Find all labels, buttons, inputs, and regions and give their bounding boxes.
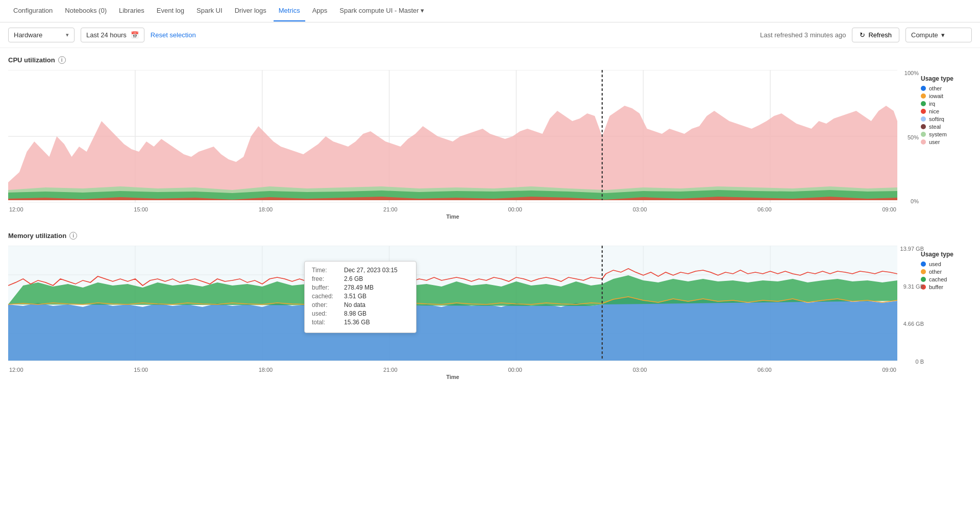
refresh-info-text: Last refreshed 3 minutes ago — [760, 31, 846, 39]
memory-tooltip: Time: Dec 27, 2023 03:15 free: 2.6 GB bu… — [304, 261, 416, 333]
date-range-picker[interactable]: Last 24 hours 📅 — [81, 28, 144, 42]
cpu-legend-item: other — [921, 85, 972, 91]
nav-eventlog[interactable]: Event log — [152, 1, 189, 21]
cpu-info-icon[interactable]: i — [58, 56, 66, 64]
compute-chevron-icon: ▾ — [941, 31, 945, 39]
cpu-x-labels: 12:00 15:00 18:00 21:00 00:00 03:00 06:0… — [8, 206, 897, 212]
legend-dot — [921, 139, 926, 145]
tooltip-time-value: Dec 27, 2023 03:15 — [344, 267, 398, 274]
nav-libraries[interactable]: Libraries — [114, 1, 150, 21]
legend-dot — [921, 277, 926, 282]
refresh-icon: ↻ — [860, 31, 865, 39]
nav-sparkui[interactable]: Spark UI — [191, 1, 228, 21]
legend-dot — [921, 101, 926, 106]
cpu-svg — [8, 70, 897, 203]
cpu-legend-item: system — [921, 131, 972, 137]
legend-dot — [921, 132, 926, 137]
memory-legend-items: usedothercachedbuffer — [921, 261, 972, 290]
compute-select[interactable]: Compute ▾ — [905, 28, 972, 42]
hardware-select-label: Hardware — [14, 31, 42, 39]
date-range-label: Last 24 hours — [86, 31, 127, 39]
cpu-canvas: 100% 50% 0% — [8, 70, 897, 204]
calendar-icon: 📅 — [131, 31, 139, 39]
tooltip-buffer-label: buffer: — [312, 284, 340, 291]
nav-metrics[interactable]: Metrics — [274, 1, 305, 21]
legend-dot — [921, 262, 926, 267]
cpu-chart-area: 100% 50% 0% 12:00 15:00 18:00 21:00 00:0… — [8, 70, 897, 220]
cpu-legend-item: iowait — [921, 93, 972, 99]
memory-canvas: 13.97 GB 9.31 GB 4.66 GB 0 B Time: Dec 2… — [8, 246, 897, 365]
toolbar: Hardware ▾ Last 24 hours 📅 Reset selecti… — [0, 22, 980, 48]
nav-bar: Configuration Notebooks (0) Libraries Ev… — [0, 0, 980, 22]
memory-info-icon[interactable]: i — [69, 232, 77, 240]
nav-notebooks[interactable]: Notebooks (0) — [60, 1, 112, 21]
cpu-legend-item: irq — [921, 101, 972, 107]
cpu-y-label-0: 0% — [904, 198, 919, 204]
cpu-legend-item: user — [921, 139, 972, 145]
cpu-legend-item: steal — [921, 124, 972, 130]
memory-chart-wrapper: 13.97 GB 9.31 GB 4.66 GB 0 B Time: Dec 2… — [8, 246, 972, 380]
cpu-x-title: Time — [8, 213, 897, 220]
tooltip-buffer-value: 278.49 MB — [344, 284, 374, 291]
nav-sparkcompute[interactable]: Spark compute UI - Master ▾ — [334, 1, 429, 21]
refresh-label: Refresh — [868, 31, 892, 39]
nav-apps[interactable]: Apps — [307, 1, 333, 21]
cpu-y-label-50: 50% — [904, 134, 919, 140]
hardware-select[interactable]: Hardware ▾ — [8, 28, 75, 42]
tooltip-free-value: 2.6 GB — [344, 275, 363, 282]
cpu-legend-item: nice — [921, 108, 972, 114]
memory-legend-item: buffer — [921, 284, 972, 290]
memory-chart-section: Memory utilization i — [8, 232, 972, 380]
tooltip-free-label: free: — [312, 275, 340, 282]
cpu-legend: Usage type otheriowaitirqnicesoftirqstea… — [921, 70, 972, 147]
tooltip-time-label: Time: — [312, 267, 340, 274]
legend-dot — [921, 86, 926, 91]
legend-dot — [921, 124, 926, 129]
memory-legend-item: cached — [921, 276, 972, 282]
tooltip-used-label: used: — [312, 310, 340, 317]
legend-dot — [921, 269, 926, 274]
legend-dot — [921, 93, 926, 99]
legend-dot — [921, 116, 926, 122]
mem-y-label-mid2: 4.66 GB — [900, 321, 924, 327]
cpu-chart-wrapper: 100% 50% 0% 12:00 15:00 18:00 21:00 00:0… — [8, 70, 972, 220]
refresh-button[interactable]: ↻ Refresh — [852, 28, 899, 42]
tooltip-other-value: No data — [344, 301, 365, 308]
memory-x-labels: 12:00 15:00 18:00 21:00 00:00 03:00 06:0… — [8, 367, 897, 373]
cpu-legend-title: Usage type — [921, 75, 972, 82]
memory-legend-item: other — [921, 269, 972, 275]
tooltip-total-value: 15.36 GB — [344, 319, 370, 326]
legend-dot — [921, 109, 926, 114]
memory-legend-item: used — [921, 261, 972, 267]
cpu-y-label-100: 100% — [904, 70, 919, 76]
cpu-legend-item: softirq — [921, 116, 972, 122]
tooltip-used-value: 8.98 GB — [344, 310, 366, 317]
memory-svg — [8, 246, 897, 363]
tooltip-other-label: other: — [312, 301, 340, 308]
tooltip-cached-value: 3.51 GB — [344, 293, 366, 300]
mem-y-label-bot: 0 B — [900, 359, 924, 365]
memory-x-title: Time — [8, 374, 897, 380]
tooltip-cached-label: cached: — [312, 293, 340, 300]
memory-legend: Usage type usedothercachedbuffer — [921, 246, 972, 292]
compute-label: Compute — [911, 31, 938, 39]
legend-dot — [921, 284, 926, 290]
memory-chart-area: 13.97 GB 9.31 GB 4.66 GB 0 B Time: Dec 2… — [8, 246, 897, 380]
cpu-legend-items: otheriowaitirqnicesoftirqstealsystemuser — [921, 85, 972, 145]
memory-chart-title: Memory utilization i — [8, 232, 972, 240]
hardware-chevron-icon: ▾ — [66, 32, 69, 38]
nav-configuration[interactable]: Configuration — [8, 1, 58, 21]
cpu-chart-section: CPU utilization i — [8, 56, 972, 220]
main-content: CPU utilization i — [0, 48, 980, 400]
cpu-chart-title: CPU utilization i — [8, 56, 972, 64]
memory-legend-title: Usage type — [921, 251, 972, 258]
reset-selection-link[interactable]: Reset selection — [151, 31, 196, 39]
tooltip-total-label: total: — [312, 319, 340, 326]
nav-driverlogs[interactable]: Driver logs — [230, 1, 272, 21]
